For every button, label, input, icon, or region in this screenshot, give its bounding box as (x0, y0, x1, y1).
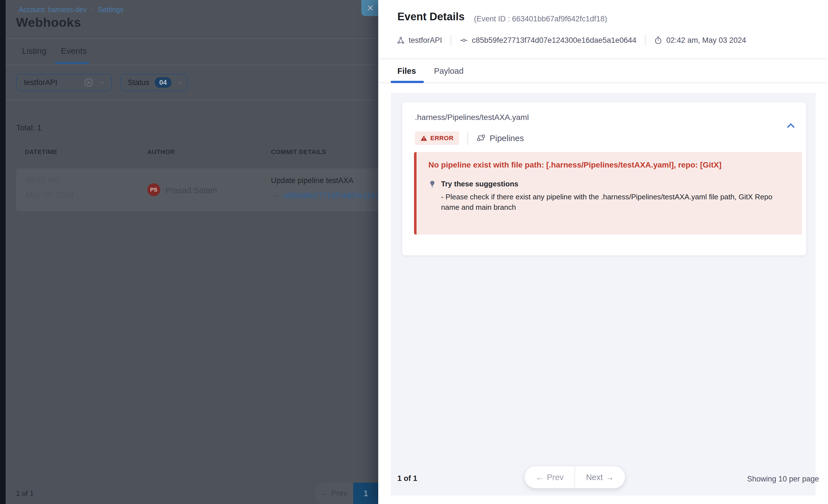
meta-webhook-name: testforAPI (409, 36, 442, 45)
suggestion-body: - Please check if there exist any pipeli… (441, 192, 792, 213)
breadcrumb-account-link[interactable]: Account: harness-dev (18, 6, 87, 14)
entity-type: Pipelines (477, 133, 524, 143)
commit-sha-link[interactable]: c85b59fe27713f74d07e124300e16dae5a1e0644 (283, 192, 380, 200)
breadcrumb-separator-icon: › (91, 6, 93, 14)
status-count-badge: 04 (155, 77, 172, 88)
suggestion-header: Try these suggestions (428, 180, 792, 188)
chevron-down-icon (176, 79, 183, 86)
entity-type-label: Pipelines (490, 133, 524, 143)
file-result-card: .harness/Pipelines/testAXA.yaml ERROR (402, 102, 806, 255)
suggestion-title: Try these suggestions (441, 180, 519, 188)
badge-divider (467, 132, 468, 145)
left-nav-strip (0, 0, 6, 504)
webhook-filter-select[interactable]: testforAPI (16, 74, 112, 91)
warning-triangle-icon (420, 135, 427, 142)
next-file-button[interactable]: Next → (575, 466, 625, 488)
prev-file-button[interactable]: ← Prev (525, 466, 575, 488)
meta-timestamp: 02:42 am, May 03 2024 (666, 36, 746, 45)
active-tab-underline (390, 81, 424, 83)
column-header-datetime: DATETIME (25, 149, 57, 156)
clock-icon (654, 36, 662, 44)
commit-message: Update pipeline testAXA (271, 176, 354, 185)
tab-listing[interactable]: Listing (22, 46, 46, 56)
status-filter-select[interactable]: Status 04 (121, 74, 188, 91)
error-badge-label: ERROR (430, 135, 453, 142)
row-date: May 03, 2024 (26, 190, 74, 199)
column-header-author: AUTHOR (147, 149, 175, 156)
chevron-down-icon (98, 79, 106, 86)
event-table-row[interactable]: 02:42 am May 03, 2024 PS Prasad Satam Up… (16, 168, 380, 211)
commit-icon (271, 192, 279, 200)
drawer-tabs-divider (378, 83, 828, 83)
total-count-label: Total: 1 (16, 123, 41, 132)
page-1-button[interactable]: 1 (353, 482, 378, 504)
drawer-header-divider (378, 58, 828, 59)
file-status-row: ERROR Pipelines (415, 131, 524, 145)
commit-icon (460, 36, 468, 44)
status-filter-label: Status (128, 78, 150, 87)
arrow-left-icon: ← (321, 489, 328, 498)
drawer-title: Event Details (398, 11, 465, 23)
drawer-pagination: ← Prev Next → (525, 466, 625, 488)
commit-link-row: c85b59fe27713f74d07e124300e16dae5a1e0644 (271, 192, 380, 200)
backdrop-page-info: 1 of 1 (16, 489, 34, 498)
event-details-drawer: Event Details (Event ID : 663401bb67af9f… (378, 0, 828, 504)
page-title: Webhooks (16, 15, 81, 30)
backdrop-pagination: ← Prev 1 (315, 482, 378, 504)
close-icon: ✕ (367, 3, 374, 13)
pipelines-icon (477, 134, 486, 143)
error-message: No pipeline exist with file path: [.harn… (428, 161, 792, 169)
per-page-label: Showing 10 per page (747, 475, 819, 484)
active-tab-underline (55, 62, 89, 64)
author-name: Prasad Satam (165, 186, 217, 195)
prev-page-button[interactable]: ← Prev (315, 482, 353, 504)
breadcrumb: Account: harness-dev › Settings (18, 6, 123, 14)
screen: Account: harness-dev › Settings Webhooks… (0, 0, 828, 504)
drawer-page-info: 1 of 1 (398, 474, 417, 483)
collapse-card-button[interactable] (786, 123, 795, 129)
tab-events[interactable]: Events (61, 46, 87, 56)
event-meta-row: testforAPI c85b59fe27713f74d07e124300e16… (397, 35, 746, 46)
drawer-close-button[interactable]: ✕ (361, 0, 379, 16)
error-details-box: No pipeline exist with file path: [.harn… (414, 152, 802, 235)
arrow-left-icon: ← (536, 473, 544, 482)
tab-payload[interactable]: Payload (434, 67, 464, 76)
avatar: PS (147, 183, 160, 196)
meta-divider (645, 35, 646, 46)
arrow-right-icon: → (606, 473, 614, 482)
meta-commit-sha: c85b59fe27713f74d07e124300e16dae5a1e0644 (472, 36, 636, 45)
clear-filter-icon[interactable] (84, 77, 94, 88)
row-time: 02:42 am (26, 175, 59, 184)
lightbulb-icon (428, 180, 436, 188)
meta-divider (451, 35, 451, 46)
event-id-label: (Event ID : 663401bb67af9f642fc1df18) (474, 15, 607, 24)
chevron-up-icon (786, 123, 795, 129)
breadcrumb-settings-link[interactable]: Settings (98, 6, 123, 14)
error-status-badge: ERROR (415, 131, 459, 145)
webhook-icon (397, 36, 405, 44)
column-header-commit-details: COMMIT DETAILS (271, 149, 326, 156)
tab-files[interactable]: Files (398, 67, 416, 76)
file-path: .harness/Pipelines/testAXA.yaml (415, 113, 529, 122)
webhook-filter-value: testforAPI (24, 78, 57, 87)
